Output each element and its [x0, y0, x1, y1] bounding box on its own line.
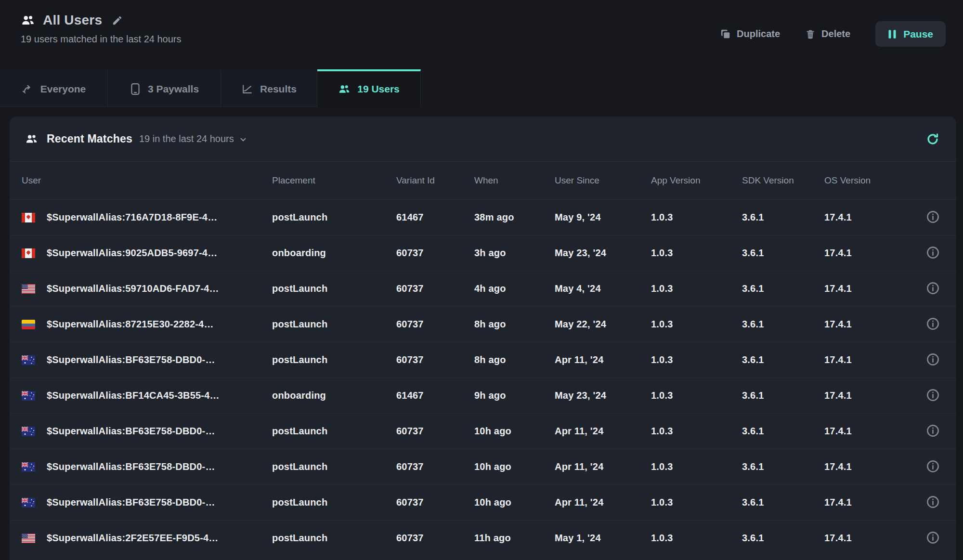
table-row[interactable]: $SuperwallAlias:59710AD6-FAD7-4… postLau… [10, 271, 956, 307]
info-button[interactable] [925, 280, 941, 296]
info-button[interactable] [925, 530, 941, 546]
sdk-version-cell: 3.6.1 [742, 378, 824, 414]
variant-id-cell: 60737 [396, 449, 474, 485]
user-since-cell: Apr 11, '24 [555, 485, 651, 521]
edit-pencil-icon[interactable] [112, 15, 123, 26]
recent-matches-table: User Placement Variant Id When User Sinc… [10, 161, 956, 556]
user-since-cell: May 22, '24 [555, 307, 651, 342]
info-button[interactable] [925, 245, 941, 260]
sdk-version-cell: 3.6.1 [742, 200, 824, 235]
when-cell: 9h ago [474, 378, 555, 414]
info-icon [926, 210, 940, 224]
users-icon [338, 83, 351, 95]
user-since-cell: Apr 11, '24 [555, 449, 651, 485]
pause-button[interactable]: Pause [875, 21, 946, 47]
user-since-cell: Apr 11, '24 [555, 414, 651, 449]
users-icon [25, 132, 38, 145]
table-row[interactable]: $SuperwallAlias:BF63E758-DBD0-… postLaun… [10, 342, 956, 378]
flag-ca-icon [22, 248, 35, 258]
os-version-cell: 17.4.1 [824, 235, 909, 271]
user-alias: $SuperwallAlias:BF63E758-DBD0-… [47, 354, 215, 365]
os-version-cell: 17.4.1 [824, 521, 909, 556]
table-row[interactable]: $SuperwallAlias:BF63E758-DBD0-… postLaun… [10, 449, 956, 485]
column-header-user-since: User Since [555, 162, 651, 200]
info-button[interactable] [925, 387, 941, 403]
variant-id-cell: 60737 [396, 485, 474, 521]
info-icon [926, 281, 940, 295]
refresh-button[interactable] [924, 130, 942, 148]
when-cell: 10h ago [474, 414, 555, 449]
variant-id-cell: 60737 [396, 307, 474, 342]
sdk-version-cell: 3.6.1 [742, 235, 824, 271]
app-version-cell: 1.0.3 [651, 307, 742, 342]
info-icon [926, 352, 940, 366]
app-version-cell: 1.0.3 [651, 200, 742, 235]
placement-cell: onboarding [272, 378, 396, 414]
flag-au-icon [22, 391, 35, 401]
table-row[interactable]: $SuperwallAlias:BF63E758-DBD0-… postLaun… [10, 485, 956, 521]
column-header-os-version: OS Version [824, 162, 909, 200]
info-button[interactable] [925, 423, 941, 439]
duplicate-button[interactable]: Duplicate [720, 28, 780, 39]
matches-count-dropdown[interactable]: 19 in the last 24 hours [139, 133, 247, 144]
app-version-cell: 1.0.3 [651, 485, 742, 521]
flag-au-icon [22, 355, 35, 365]
table-row[interactable]: $SuperwallAlias:716A7D18-8F9E-4… postLau… [10, 200, 956, 235]
os-version-cell: 17.4.1 [824, 271, 909, 307]
info-button[interactable] [925, 458, 941, 474]
sdk-version-cell: 3.6.1 [742, 307, 824, 342]
card-title: Recent Matches [47, 132, 132, 145]
tab-users[interactable]: 19 Users [317, 69, 421, 107]
when-cell: 4h ago [474, 271, 555, 307]
chart-icon [241, 83, 253, 95]
info-button[interactable] [925, 316, 941, 332]
column-header-sdk-version: SDK Version [742, 162, 824, 200]
tab-paywalls[interactable]: 3 Paywalls [108, 69, 221, 107]
flag-us-icon [22, 284, 35, 294]
user-since-cell: May 1, '24 [555, 521, 651, 556]
flag-co-icon [22, 320, 35, 329]
user-alias: $SuperwallAlias:2F2E57EE-F9D5-4… [47, 533, 219, 544]
placement-cell: postLaunch [272, 414, 396, 449]
table-row[interactable]: $SuperwallAlias:9025ADB5-9697-4… onboard… [10, 235, 956, 271]
info-button[interactable] [925, 352, 941, 367]
info-icon [926, 388, 940, 402]
sdk-version-cell: 3.6.1 [742, 414, 824, 449]
flag-ca-icon [22, 213, 35, 222]
info-button[interactable] [925, 209, 941, 225]
placement-cell: onboarding [272, 235, 396, 271]
app-version-cell: 1.0.3 [651, 449, 742, 485]
variant-id-cell: 60737 [396, 342, 474, 378]
info-icon [926, 246, 940, 260]
user-alias: $SuperwallAlias:BF63E758-DBD0-… [47, 497, 215, 508]
audience-icon [22, 83, 34, 95]
os-version-cell: 17.4.1 [824, 485, 909, 521]
when-cell: 8h ago [474, 307, 555, 342]
os-version-cell: 17.4.1 [824, 307, 909, 342]
tab-bar: Everyone 3 Paywalls Results 19 Users [0, 69, 963, 107]
placement-cell: postLaunch [272, 521, 396, 556]
tab-everyone[interactable]: Everyone [0, 69, 108, 107]
table-row[interactable]: $SuperwallAlias:87215E30-2282-4… postLau… [10, 307, 956, 342]
table-row[interactable]: $SuperwallAlias:2F2E57EE-F9D5-4… postLau… [10, 521, 956, 556]
table-row[interactable]: $SuperwallAlias:BF63E758-DBD0-… postLaun… [10, 414, 956, 449]
tab-results[interactable]: Results [221, 69, 317, 107]
info-icon [926, 459, 940, 473]
sdk-version-cell: 3.6.1 [742, 342, 824, 378]
delete-button[interactable]: Delete [805, 28, 850, 39]
info-button[interactable] [925, 494, 941, 510]
placement-cell: postLaunch [272, 200, 396, 235]
os-version-cell: 17.4.1 [824, 414, 909, 449]
table-row[interactable]: $SuperwallAlias:BF14CA45-3B55-4… onboard… [10, 378, 956, 414]
column-header-app-version: App Version [651, 162, 742, 200]
when-cell: 3h ago [474, 235, 555, 271]
placement-cell: postLaunch [272, 485, 396, 521]
flag-au-icon [22, 427, 35, 436]
pause-icon [888, 29, 897, 39]
when-cell: 10h ago [474, 485, 555, 521]
flag-us-icon [22, 534, 35, 543]
info-icon [926, 495, 940, 509]
column-header-info [909, 162, 956, 200]
column-header-placement: Placement [272, 162, 396, 200]
flag-au-icon [22, 462, 35, 472]
